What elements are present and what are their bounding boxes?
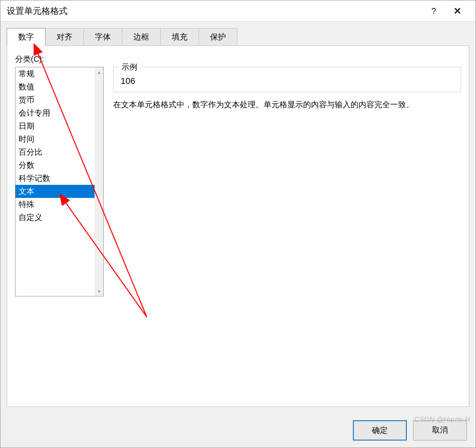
sample-box: 示例 106 xyxy=(113,67,461,92)
category-item-fraction[interactable]: 分数 xyxy=(15,159,103,172)
category-item-special[interactable]: 特殊 xyxy=(15,198,103,211)
category-item-number[interactable]: 数值 xyxy=(15,80,103,93)
category-item-general[interactable]: 常规 xyxy=(15,67,103,80)
tab-font[interactable]: 字体 xyxy=(83,28,122,46)
tab-protection[interactable]: 保护 xyxy=(199,28,237,46)
tab-border[interactable]: 边框 xyxy=(122,28,161,46)
main-row: 常规 数值 货币 会计专用 日期 时间 百分比 分数 科学记数 文本 特殊 自定… xyxy=(15,67,461,399)
scroll-down-icon: ▾ xyxy=(98,287,101,296)
category-item-custom[interactable]: 自定义 xyxy=(15,211,103,224)
tab-bar: 数字 对齐 字体 边框 填充 保护 xyxy=(0,22,476,46)
close-button[interactable]: ✕ xyxy=(446,0,469,22)
dialog-title: 设置单元格格式 xyxy=(7,5,422,17)
category-item-text[interactable]: 文本 xyxy=(15,185,103,198)
tab-number[interactable]: 数字 xyxy=(7,28,46,46)
sample-label: 示例 xyxy=(119,62,140,72)
tab-content-number: 分类(C): 常规 数值 货币 会计专用 日期 时间 百分比 分数 科学记数 文… xyxy=(7,46,469,407)
right-panel: 示例 106 在文本单元格格式中，数字作为文本处理。单元格显示的内容与输入的内容… xyxy=(113,67,461,399)
category-list[interactable]: 常规 数值 货币 会计专用 日期 时间 百分比 分数 科学记数 文本 特殊 自定… xyxy=(15,67,104,296)
category-item-time[interactable]: 时间 xyxy=(15,133,103,146)
category-item-date[interactable]: 日期 xyxy=(15,120,103,133)
category-item-accounting[interactable]: 会计专用 xyxy=(15,106,103,120)
category-item-percentage[interactable]: 百分比 xyxy=(15,146,103,159)
cancel-button[interactable]: 取消 xyxy=(413,420,467,440)
sample-value: 106 xyxy=(121,72,453,86)
category-item-currency[interactable]: 货币 xyxy=(15,93,103,106)
category-item-scientific[interactable]: 科学记数 xyxy=(15,172,103,185)
titlebar: 设置单元格格式 ? ✕ xyxy=(0,0,476,22)
tab-fill[interactable]: 填充 xyxy=(160,28,199,46)
help-icon: ? xyxy=(431,6,436,16)
button-row: 确定 取消 xyxy=(0,413,476,448)
scrollbar[interactable]: ▴ ▾ xyxy=(95,67,103,296)
ok-button[interactable]: 确定 xyxy=(353,420,407,440)
close-icon: ✕ xyxy=(453,6,461,17)
scroll-up-icon: ▴ xyxy=(98,67,101,77)
dialog-body: 数字 对齐 字体 边框 填充 保护 分类(C): 常规 数值 货币 会计专用 日… xyxy=(0,22,476,448)
category-label: 分类(C): xyxy=(15,54,461,65)
tab-alignment[interactable]: 对齐 xyxy=(45,28,84,46)
format-description: 在文本单元格格式中，数字作为文本处理。单元格显示的内容与输入的内容完全一致。 xyxy=(113,99,461,110)
help-button[interactable]: ? xyxy=(422,0,446,22)
